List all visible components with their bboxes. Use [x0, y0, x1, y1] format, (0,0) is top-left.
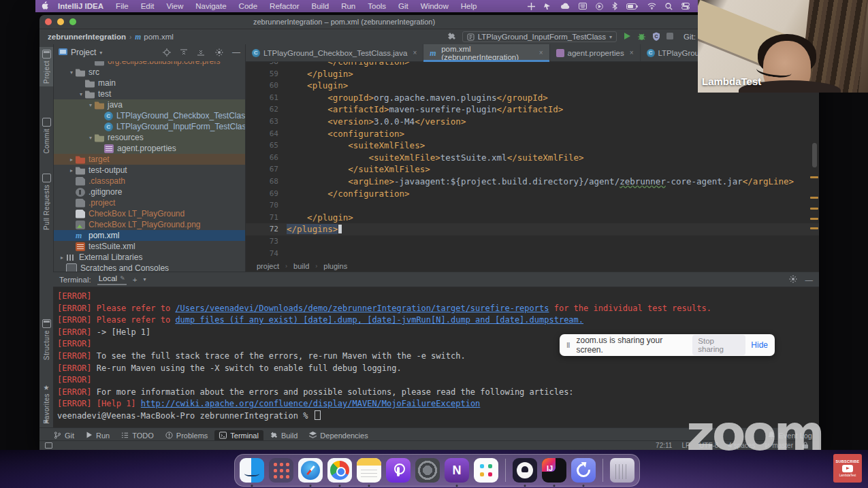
menu-item-view[interactable]: View — [160, 0, 189, 12]
spotlight-search-icon[interactable] — [665, 3, 673, 10]
tree-item-project[interactable]: .project — [54, 197, 245, 208]
wifi-icon[interactable] — [647, 3, 656, 10]
warning-stripe-mark[interactable] — [810, 218, 818, 220]
dock-icon-notes[interactable] — [357, 458, 381, 483]
editor-tab-ltplayground-checkbox-testclass-java[interactable]: LTPlayGround_Checkbox_TestClass.java× — [246, 44, 423, 61]
menu-item-refactor[interactable]: Refactor — [263, 0, 305, 12]
dock-icon-settings[interactable] — [415, 458, 440, 483]
dock-icon-intellij[interactable] — [542, 458, 566, 483]
breadcrumb-project[interactable]: zebrunnerIntegration — [48, 33, 126, 41]
tree-chevron-icon[interactable]: ▾ — [77, 91, 85, 97]
toolwindow-button-problems[interactable]: Problems — [161, 430, 212, 442]
tool-tab-pull-requests[interactable]: Pull Requests — [39, 174, 53, 230]
toolwindow-button-git[interactable]: Git — [49, 430, 79, 442]
apple-menu-icon[interactable] — [38, 1, 52, 12]
app-status-icon[interactable] — [544, 3, 551, 10]
terminal-tab-local[interactable]: Local ✎ — [97, 274, 127, 285]
editor-breadcrumb-plugins[interactable]: plugins — [323, 262, 347, 270]
tree-item-pom-xml[interactable]: pom.xml — [54, 230, 245, 241]
dock-icon-onenote[interactable] — [445, 458, 469, 483]
tool-tab-structure[interactable]: Structure — [39, 319, 53, 360]
menu-item-window[interactable]: Window — [415, 0, 455, 12]
debug-button[interactable] — [637, 32, 646, 42]
hide-panel-icon[interactable]: — — [232, 48, 240, 57]
editor-scrollbar-thumb[interactable] — [812, 143, 817, 167]
close-tab-icon[interactable]: × — [630, 49, 634, 56]
toolwindow-button-terminal[interactable]: Terminal — [214, 430, 263, 442]
subscribe-badge[interactable]: SUBSCRIBE LambdaTest — [833, 454, 862, 483]
breadcrumb-file[interactable]: pom.xml — [144, 33, 173, 41]
dock-icon-finder[interactable] — [240, 458, 264, 483]
terminal-link[interactable]: /Users/veenadevi/Downloads/demo/zebrunne… — [175, 304, 549, 313]
tree-item-ltplayground-inputform-testclass[interactable]: LTPlayGround_InputForm_TestClass — [54, 121, 245, 132]
stop-button[interactable] — [666, 33, 673, 41]
tree-item-test[interactable]: ▾test — [54, 88, 245, 99]
dock-icon-trash[interactable] — [610, 458, 634, 483]
close-tab-icon[interactable]: × — [413, 49, 417, 56]
tree-item-ltplayground-checkbox-testclass[interactable]: LTPlayGround_Checkbox_TestClass — [54, 110, 245, 121]
project-panel-chevron-icon[interactable]: ▾ — [99, 50, 102, 56]
collapse-all-icon[interactable] — [197, 48, 205, 56]
locate-file-icon[interactable] — [163, 48, 171, 56]
menu-item-edit[interactable]: Edit — [135, 0, 161, 12]
tree-item-java[interactable]: ▾java — [54, 99, 245, 110]
tree-chevron-icon[interactable]: ▸ — [67, 167, 76, 174]
dock-icon-github[interactable] — [513, 458, 537, 483]
minimize-terminal-icon[interactable]: — — [805, 276, 814, 284]
tree-item-src[interactable]: ▾src — [54, 67, 245, 78]
tree-chevron-icon[interactable]: ▸ — [58, 255, 66, 261]
menu-item-intellij-idea[interactable]: IntelliJ IDEA — [52, 0, 110, 12]
dock-icon-podcasts[interactable] — [386, 458, 411, 483]
tree-item-resources[interactable]: ▾resources — [54, 132, 245, 143]
tree-chevron-icon[interactable]: ▾ — [86, 135, 95, 141]
warning-stripe-mark[interactable] — [810, 197, 818, 199]
tree-item-testsuite-xml[interactable]: testSuite.xml — [54, 241, 245, 252]
tree-chevron-icon[interactable]: ▾ — [67, 69, 76, 76]
bookmark-star[interactable]: ★ — [39, 416, 53, 425]
editor-breadcrumb-build[interactable]: build — [293, 262, 309, 270]
tree-item-classpath[interactable]: .classpath — [54, 176, 245, 186]
new-terminal-session-button[interactable]: + — [133, 276, 138, 284]
battery-icon[interactable] — [626, 3, 639, 10]
toolwindow-button-dependencies[interactable]: Dependencies — [304, 430, 372, 442]
menu-item-git[interactable]: Git — [392, 0, 415, 12]
tree-chevron-icon[interactable]: ▸ — [67, 157, 76, 163]
dock-icon-launchpad[interactable] — [269, 458, 293, 483]
warning-stripe-mark[interactable] — [810, 227, 818, 229]
play-circle-icon[interactable] — [596, 3, 603, 10]
dock-icon-chrome[interactable] — [327, 458, 352, 483]
build-hammer-icon[interactable] — [447, 32, 456, 42]
editor-tab-agent-properties[interactable]: agent.properties× — [550, 44, 641, 61]
status-item-72-11[interactable]: 72:11 — [656, 442, 672, 449]
tree-item-main[interactable]: main — [54, 78, 245, 88]
cloud-icon[interactable] — [560, 3, 570, 10]
toolwindow-toggle-icon[interactable] — [45, 442, 52, 449]
warning-stripe-mark[interactable] — [810, 176, 818, 178]
tree-item-checkbox-lt-playground-png[interactable]: CheckBox LT_PlayGround.png — [54, 219, 245, 230]
bluetooth-icon[interactable] — [612, 2, 617, 10]
terminal-settings-gear-icon[interactable] — [789, 275, 797, 284]
tree-item-scratches-and-consoles[interactable]: Scratches and Consoles — [54, 263, 245, 272]
cursor-tool-icon[interactable] — [528, 3, 535, 10]
tree-item-checkbox-lt-playground[interactable]: CheckBox LT_PlayGround — [54, 208, 245, 219]
tree-item-external-libraries[interactable]: ▸External Libraries — [54, 252, 245, 263]
dock-icon-safari[interactable] — [298, 458, 323, 483]
tree-item-test-output[interactable]: ▸test-output — [54, 165, 245, 176]
editor-breadcrumb-project[interactable]: project — [257, 262, 279, 270]
hide-banner-button[interactable]: Hide — [751, 340, 768, 350]
control-center-icon[interactable] — [681, 3, 690, 10]
menu-item-build[interactable]: Build — [306, 0, 336, 12]
dock-icon-slack[interactable] — [474, 458, 498, 483]
tree-item-target[interactable]: ▸target — [54, 154, 245, 165]
close-tab-icon[interactable]: × — [539, 49, 543, 56]
project-panel-title[interactable]: Project — [71, 48, 96, 57]
tree-item-gitignore[interactable]: .gitignore — [54, 186, 245, 197]
expand-all-icon[interactable] — [180, 48, 188, 56]
tool-tab-commit[interactable]: Commit — [39, 118, 53, 154]
run-button[interactable] — [623, 32, 631, 42]
menu-item-file[interactable]: File — [110, 0, 135, 12]
menu-item-code[interactable]: Code — [233, 0, 264, 12]
toolwindow-button-todo[interactable]: TODO — [116, 430, 159, 442]
rename-tab-icon[interactable]: ✎ — [120, 275, 125, 282]
toolwindow-button-build[interactable]: Build — [266, 430, 302, 442]
